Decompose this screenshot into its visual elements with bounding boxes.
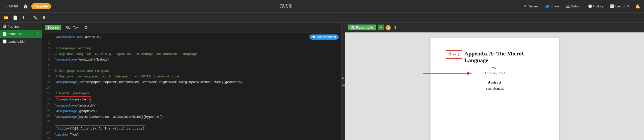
layout-icon: ⬜ [610,4,614,8]
code-line-18: \author{You} [55,132,341,138]
code-line-3: % Language setting [55,46,341,51]
code-line-9: \usepackage[letterpaper,top=2cm,bottom=2… [55,79,341,85]
review-icon: 👁 [523,4,527,8]
warning-badge[interactable]: 1 [386,25,391,30]
pdf-title: Appendix A: The MicroC Language [464,50,543,64]
share-button[interactable]: 👥 Share [543,3,561,9]
preview-content[interactable]: 作业 1 Appendix A: The MicroC Language You… [345,32,644,140]
code-line-13: \usepackage{amsmath} [55,103,341,109]
upload-button[interactable]: ⬆ [21,15,26,21]
notifications-button[interactable]: 🔔 [634,3,641,10]
pdf-page: 作业 1 Appendix A: The MicroC Language You… [430,38,559,140]
editor-divider[interactable]: ▶ ◀ [341,23,345,140]
submit-button[interactable]: 📤 Submit [564,3,583,9]
arrow-right-icon[interactable]: ▶ [341,75,345,80]
menu-button[interactable]: ☰ Menu [3,3,20,9]
toolbar: 📂 📄 ⬆ ✏️ 🗑 [0,13,644,23]
code-line-2 [55,40,341,46]
pdf-title-area: 作业 1 Appendix A: The MicroC Language [446,50,543,64]
page-title: 形式化 [53,4,519,9]
code-line-15: \usepackage[colorlinks=true, allcolors=b… [55,114,341,120]
toolbar-separator [29,15,29,20]
code-line-1: \documentclass{article} [55,34,341,40]
file-item-main[interactable]: 📄 main.tex ⋮ [0,30,42,38]
file-sidebar: 🖼 frog.jpg 📄 main.tex ⋮ 📄 sample.bib [0,23,42,140]
file-name-bib: sample.bib [8,40,25,43]
new-file-button[interactable]: 📄 [12,15,19,21]
upgrade-button[interactable]: Upgrade [31,3,51,9]
preview-area: 🔄 Recompile ▼ 1 ⬇ 作业 1 [345,23,644,140]
nav-right-actions: 👁 Review 👥 Share 📤 Submit 🕐 History ⬜ La… [521,3,641,10]
line-numbers: 12345 678910 1112131415 16171819 [42,32,53,140]
file-item-bib[interactable]: 📄 sample.bib [0,38,42,45]
file-name-frog: frog.jpg [8,25,19,28]
settings-tab-icon[interactable]: ⚙ [84,24,89,31]
code-line-8: % Replace `letterpaper' with `a4paper' f… [55,74,341,79]
tab-source[interactable]: Source [45,25,61,30]
arrow-left-icon[interactable]: ◀ [341,83,345,88]
code-line-11: % Useful packages [55,91,341,96]
pdf-abstract-text: Your abstract. [446,87,543,91]
arrow-annotation [420,66,479,81]
top-nav: ☰ Menu 🏠 Upgrade 形式化 👁 Review 👥 Share 📤 … [0,0,644,13]
history-icon: 🕐 [588,4,592,8]
code-editor[interactable]: 12345 678910 1112131415 16171819 💬 Add c… [42,32,341,140]
code-line-19 [55,138,341,140]
layout-button[interactable]: ⬜ Layout ▼ [608,3,632,9]
folder-open-button[interactable]: 📂 [3,15,10,21]
tex-file-icon: 📄 [3,32,7,36]
bib-file-icon: 📄 [3,39,7,43]
tab-rich-text[interactable]: Rich Text [63,25,82,30]
pdf-annotation-box: 作业 1 [446,50,462,59]
code-content[interactable]: 💬 Add comment \documentclass{article} % … [53,32,341,140]
pdf-abstract-title: Abstract [446,80,543,85]
recompile-dropdown-button[interactable]: ▼ [378,25,384,30]
edit-button[interactable]: ✏️ [32,15,39,21]
image-file-icon: 🖼 [3,24,6,28]
home-icon-button[interactable]: 🏠 [22,3,29,10]
download-icon[interactable]: ⬇ [392,25,398,31]
editor-area: Source Rich Text ⚙ 12345 678910 11121314… [42,23,341,140]
recompile-button[interactable]: 🔄 Recompile [348,25,376,30]
file-more-icon[interactable]: ⋮ [35,31,39,36]
refresh-icon: 🔄 [351,26,355,29]
bell-icon: 🔔 [635,4,640,9]
editor-tabs: Source Rich Text ⚙ [42,23,341,32]
home-icon: 🏠 [23,4,28,9]
history-button[interactable]: 🕐 History [586,3,606,9]
code-line-16 [55,120,341,125]
code-line-14: \usepackage{graphicx} [55,109,341,114]
hamburger-icon: ☰ [5,4,8,8]
code-line-10 [55,85,341,91]
menu-label: Menu [9,4,18,8]
file-name-main: main.tex [8,32,21,36]
file-item-frog[interactable]: 🖼 frog.jpg [0,23,42,30]
code-line-6 [55,63,341,68]
layout-chevron-icon: ▼ [626,4,630,8]
share-icon: 👥 [545,4,549,8]
delete-button[interactable]: 🗑 [41,15,47,20]
code-line-7: % Set page size and margins [55,68,341,74]
code-line-5: \usepackage[english]{babel} [55,57,341,63]
main-area: 🖼 frog.jpg 📄 main.tex ⋮ 📄 sample.bib Sou… [0,23,644,140]
preview-toolbar: 🔄 Recompile ▼ 1 ⬇ [345,23,644,32]
submit-icon: 📤 [566,4,570,8]
code-line-12: \usepackage{ctex} [55,96,341,103]
code-line-17: \title{作业1 Appendix A: The MicroC Langua… [55,125,341,132]
review-button[interactable]: 👁 Review [521,3,541,9]
code-line-4: % Replace `english' with e.g. `spanish' … [55,51,341,57]
